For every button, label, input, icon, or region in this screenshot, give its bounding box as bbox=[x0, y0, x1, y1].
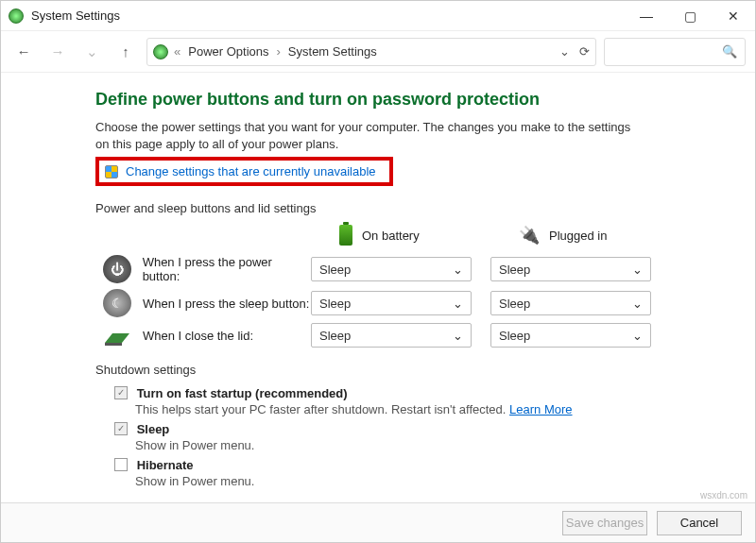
chevron-down-icon: ⌄ bbox=[453, 329, 463, 343]
sleep-checkbox[interactable]: ✓ bbox=[114, 422, 128, 435]
refresh-button[interactable]: ⟳ bbox=[579, 44, 590, 59]
svg-rect-1 bbox=[105, 343, 122, 346]
chevron-down-icon: ⌄ bbox=[453, 297, 463, 311]
col-on-battery: On battery bbox=[311, 225, 490, 246]
footer: Save changes Cancel bbox=[1, 502, 755, 542]
power-plugged-select[interactable]: Sleep⌄ bbox=[490, 257, 651, 281]
plug-icon: 🔌 bbox=[519, 225, 540, 246]
search-icon: 🔍 bbox=[722, 44, 737, 59]
fast-startup-checkbox[interactable]: ✓ bbox=[114, 386, 128, 399]
section-power-sleep: Power and sleep buttons and lid settings bbox=[95, 201, 717, 215]
row-power-button: ⏻ When I press the power button: Sleep⌄ … bbox=[103, 255, 717, 283]
forward-button[interactable]: → bbox=[44, 39, 71, 65]
row-sleep-button: ☾ When I press the sleep button: Sleep⌄ … bbox=[103, 289, 717, 317]
section-shutdown: Shutdown settings bbox=[95, 363, 717, 377]
address-bar[interactable]: « Power Options › System Settings ⌄ ⟳ bbox=[146, 38, 596, 66]
breadcrumb-system-settings[interactable]: System Settings bbox=[286, 44, 379, 59]
highlight-box: Change settings that are currently unava… bbox=[95, 157, 393, 186]
content-pane: Define power buttons and turn on passwor… bbox=[1, 73, 755, 488]
sleep-label: Sleep bbox=[137, 422, 170, 436]
search-box[interactable]: 🔍 bbox=[604, 38, 746, 66]
app-icon bbox=[9, 8, 24, 24]
fast-startup-item: ✓ Turn on fast startup (recommended) Thi… bbox=[114, 386, 717, 416]
fast-startup-label: Turn on fast startup (recommended) bbox=[137, 386, 348, 400]
cancel-button[interactable]: Cancel bbox=[657, 511, 742, 535]
close-button[interactable]: ✕ bbox=[712, 1, 755, 31]
change-settings-link[interactable]: Change settings that are currently unava… bbox=[126, 164, 376, 178]
sleep-battery-select[interactable]: Sleep⌄ bbox=[311, 291, 472, 315]
hibernate-checkbox[interactable] bbox=[114, 458, 128, 471]
sleep-icon: ☾ bbox=[103, 289, 131, 317]
nav-bar: ← → ⌄ ↑ « Power Options › System Setting… bbox=[1, 31, 755, 73]
shield-icon bbox=[105, 165, 118, 178]
chevron-down-icon: ⌄ bbox=[453, 263, 463, 277]
sleep-item: ✓ Sleep Show in Power menu. bbox=[114, 422, 717, 452]
address-icon bbox=[153, 44, 168, 59]
lid-plugged-select[interactable]: Sleep⌄ bbox=[490, 323, 651, 348]
battery-icon bbox=[339, 225, 352, 246]
up-button[interactable]: ↑ bbox=[112, 39, 139, 65]
chevron-down-icon: ⌄ bbox=[632, 329, 643, 343]
col-plugged-in: 🔌 Plugged in bbox=[490, 225, 670, 246]
row-label: When I close the lid: bbox=[143, 329, 253, 343]
breadcrumb-power-options[interactable]: Power Options bbox=[186, 44, 270, 59]
recent-locations[interactable]: ⌄ bbox=[78, 39, 105, 65]
lid-icon bbox=[103, 324, 131, 347]
minimize-button[interactable]: — bbox=[625, 1, 668, 31]
page-description: Choose the power settings that you want … bbox=[95, 119, 644, 153]
row-lid: When I close the lid: Sleep⌄ Sleep⌄ bbox=[103, 323, 717, 348]
hibernate-label: Hibernate bbox=[137, 458, 194, 472]
title-bar: System Settings — ▢ ✕ bbox=[1, 1, 755, 31]
maximize-button[interactable]: ▢ bbox=[668, 1, 712, 31]
lid-battery-select[interactable]: Sleep⌄ bbox=[311, 323, 472, 348]
svg-marker-0 bbox=[105, 333, 129, 343]
row-label: When I press the sleep button: bbox=[143, 297, 309, 311]
page-heading: Define power buttons and turn on passwor… bbox=[95, 90, 717, 110]
address-dropdown-icon[interactable]: ⌄ bbox=[559, 44, 570, 59]
watermark: wsxdn.com bbox=[700, 490, 747, 501]
learn-more-link[interactable]: Learn More bbox=[509, 402, 572, 416]
back-button[interactable]: ← bbox=[10, 39, 37, 65]
window-title: System Settings bbox=[31, 8, 120, 23]
power-battery-select[interactable]: Sleep⌄ bbox=[311, 257, 472, 281]
save-button[interactable]: Save changes bbox=[562, 511, 647, 535]
power-icon: ⏻ bbox=[103, 255, 131, 283]
sleep-plugged-select[interactable]: Sleep⌄ bbox=[490, 291, 651, 315]
chevron-down-icon: ⌄ bbox=[632, 297, 643, 311]
row-label: When I press the power button: bbox=[143, 255, 311, 283]
hibernate-item: Hibernate Show in Power menu. bbox=[114, 458, 717, 488]
chevron-down-icon: ⌄ bbox=[632, 263, 643, 277]
